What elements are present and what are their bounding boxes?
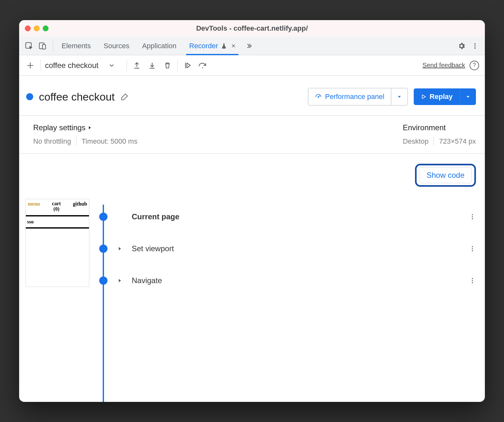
help-icon[interactable]: ? — [470, 61, 479, 70]
recording-title: coffee checkout — [39, 91, 115, 103]
svg-point-15 — [472, 280, 473, 281]
tab-label: Elements — [62, 42, 91, 50]
more-tabs-icon[interactable] — [242, 39, 256, 53]
recording-header: coffee checkout Performance panel Replay — [19, 76, 485, 116]
window-title: DevTools - coffee-cart.netlify.app/ — [19, 24, 485, 33]
replay-settings-toggle[interactable]: Replay settings — [33, 123, 137, 132]
section-label: Replay settings — [33, 123, 85, 132]
tab-sources[interactable]: Sources — [102, 37, 131, 55]
svg-point-14 — [472, 278, 473, 279]
steps-area: menu cart(0) github sso Current page — [19, 189, 485, 402]
tab-elements[interactable]: Elements — [60, 37, 93, 55]
chevron-right-icon — [116, 246, 123, 251]
svg-point-7 — [318, 97, 319, 98]
separator — [53, 41, 53, 51]
svg-point-16 — [472, 282, 473, 283]
tab-label: Recorder — [189, 42, 218, 50]
flask-icon — [221, 43, 227, 49]
button-label: Replay — [430, 93, 453, 101]
edit-title-button[interactable] — [121, 93, 129, 101]
svg-point-5 — [474, 47, 476, 49]
replay-button[interactable]: Replay — [414, 88, 460, 105]
window-minimize-button[interactable] — [34, 26, 40, 31]
performance-panel-button[interactable]: Performance panel — [308, 88, 391, 105]
step-label: Set viewport — [132, 244, 174, 253]
svg-point-6 — [202, 67, 203, 68]
actions-row: Show code — [19, 154, 485, 189]
step-label: Current page — [132, 212, 179, 221]
recording-dot-icon — [26, 93, 33, 100]
performance-panel-group: Performance panel — [308, 88, 408, 106]
recorder-toolbar: coffee checkout Send feedback ? — [19, 55, 485, 76]
svg-point-4 — [474, 45, 476, 46]
step-navigate[interactable]: Navigate — [97, 265, 476, 297]
timeline-node — [99, 245, 107, 253]
step-current-page[interactable]: Current page — [97, 201, 476, 233]
throttling-value: No throttling — [33, 137, 71, 146]
performance-panel-dropdown[interactable] — [391, 88, 407, 105]
tab-application[interactable]: Application — [140, 37, 178, 55]
step-set-viewport[interactable]: Set viewport — [97, 233, 476, 265]
delete-icon[interactable] — [162, 60, 173, 71]
recording-selector[interactable]: coffee checkout — [45, 61, 99, 70]
export-icon[interactable] — [131, 60, 142, 71]
svg-point-3 — [474, 43, 476, 44]
window-close-button[interactable] — [25, 26, 31, 31]
steps-timeline: Current page Set viewport Navigate — [97, 199, 476, 402]
button-label: Performance panel — [325, 93, 384, 101]
tab-label: Application — [142, 42, 176, 50]
svg-point-8 — [472, 214, 473, 215]
device-toolbar-icon[interactable] — [36, 39, 49, 53]
replay-dropdown[interactable] — [460, 88, 476, 105]
inspect-element-icon[interactable] — [22, 39, 36, 53]
new-recording-button[interactable] — [25, 60, 36, 71]
step-menu-icon[interactable] — [469, 213, 476, 220]
svg-point-10 — [472, 218, 473, 220]
send-feedback-link[interactable]: Send feedback — [423, 62, 465, 69]
devtools-tabsbar: Elements Sources Application Recorder × — [19, 37, 485, 55]
timeline-node — [99, 213, 107, 221]
tab-label: Sources — [104, 42, 130, 50]
svg-point-13 — [472, 250, 473, 252]
close-icon[interactable]: × — [232, 42, 236, 50]
device-value: Desktop — [403, 137, 429, 146]
devtools-window: DevTools - coffee-cart.netlify.app/ Elem… — [19, 20, 485, 402]
svg-point-9 — [472, 216, 473, 217]
show-code-highlight: Show code — [415, 164, 476, 187]
chevron-right-icon — [87, 125, 92, 130]
recording-settings: Replay settings No throttling Timeout: 5… — [19, 116, 485, 154]
chevron-right-icon — [116, 278, 123, 283]
screenshot-thumbnail: menu cart(0) github sso — [26, 199, 89, 402]
svg-point-11 — [472, 246, 473, 247]
show-code-button[interactable]: Show code — [419, 167, 472, 183]
environment-label: Environment — [403, 123, 446, 132]
step-over-icon[interactable] — [197, 60, 208, 71]
timeout-value: Timeout: 5000 ms — [82, 137, 137, 146]
timeline-node — [99, 276, 107, 285]
thumb-cart: cart(0) — [52, 201, 61, 212]
settings-gear-icon[interactable] — [455, 39, 468, 53]
svg-rect-2 — [42, 44, 46, 49]
thumb-menu: menu — [28, 201, 40, 212]
thumb-github: github — [73, 201, 87, 212]
svg-point-12 — [472, 248, 473, 249]
window-titlebar: DevTools - coffee-cart.netlify.app/ — [19, 20, 485, 37]
kebab-menu-icon[interactable] — [468, 39, 482, 53]
replay-group: Replay — [414, 88, 476, 105]
thumb-item: sso — [26, 219, 89, 225]
step-menu-icon[interactable] — [469, 245, 476, 252]
viewport-value: 723×574 px — [439, 137, 476, 146]
step-play-icon[interactable] — [182, 60, 193, 71]
tab-recorder[interactable]: Recorder × — [187, 37, 237, 55]
window-zoom-button[interactable] — [43, 26, 48, 31]
step-menu-icon[interactable] — [469, 277, 476, 284]
step-label: Navigate — [132, 276, 162, 285]
import-icon[interactable] — [147, 60, 158, 71]
